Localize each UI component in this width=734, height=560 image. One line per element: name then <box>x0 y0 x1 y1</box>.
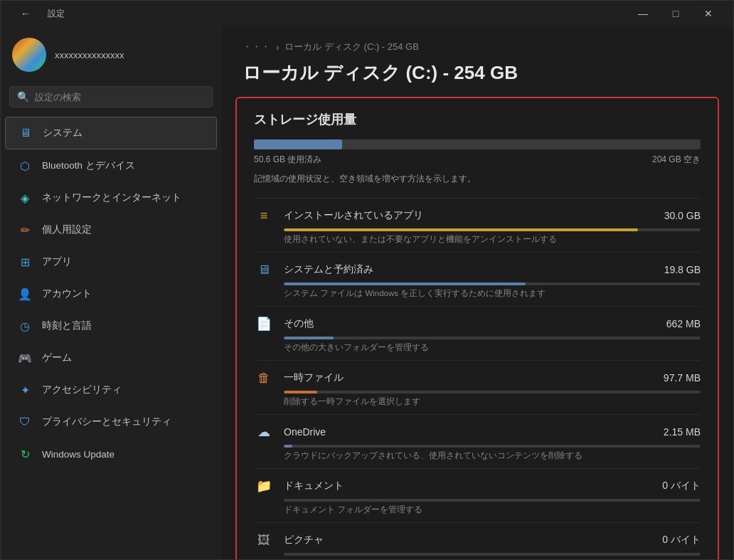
storage-item-name-5: ドキュメント <box>284 480 344 492</box>
storage-item-1[interactable]: 🖥システムと予約済み19.8 GBシステム ファイルは Windows を正しく… <box>254 252 701 306</box>
nav-label-network: ネットワークとインターネット <box>42 191 181 204</box>
nav-icon-accessibility: ✦ <box>16 381 33 398</box>
sidebar-item-accounts[interactable]: 👤アカウント <box>5 278 217 310</box>
disk-bar-fill <box>254 139 342 149</box>
storage-item-desc-5: ドキュメント フォルダーを管理する <box>284 504 701 515</box>
storage-item-size-6: 0 バイト <box>662 534 701 546</box>
storage-item-4[interactable]: ☁OneDrive2.15 MBクラウドにバックアップされている、使用されていな… <box>254 414 701 468</box>
nav-label-personalize: 個人用設定 <box>42 223 92 236</box>
nav-icon-network: ◈ <box>16 189 33 206</box>
section-title: ストレージ使用量 <box>254 111 701 128</box>
storage-item-desc-0: 使用されていない、または不要なアプリと機能をアンインストールする <box>284 234 701 245</box>
sidebar-header: xxxxxxxxxxxxxxx <box>1 32 221 83</box>
minimize-button[interactable]: — <box>627 3 659 24</box>
storage-item-0[interactable]: ≡インストールされているアプリ30.0 GB使用されていない、または不要なアプリ… <box>254 198 701 252</box>
search-input[interactable] <box>35 92 205 102</box>
nav-label-windows_update: Windows Update <box>42 449 115 460</box>
user-name: xxxxxxxxxxxxxxx <box>55 50 124 60</box>
storage-item-desc-3: 削除する一時ファイルを選択します <box>284 396 701 407</box>
breadcrumb: ・・・ › ローカル ディスク (C:) - 254 GB <box>221 26 733 60</box>
sidebar-item-bluetooth[interactable]: ⬡Bluetooth とデバイス <box>5 150 217 181</box>
storage-item-size-0: 30.0 GB <box>664 210 701 221</box>
search-box[interactable]: 🔍 <box>9 86 213 107</box>
storage-item-name-1: システムと予約済み <box>284 263 373 276</box>
maximize-button[interactable]: □ <box>659 3 692 24</box>
storage-item-icon-4: ☁ <box>254 422 274 442</box>
storage-item-name-2: その他 <box>284 317 314 330</box>
nav-label-apps: アプリ <box>42 255 72 268</box>
breadcrumb-text: ローカル ディスク (C:) - 254 GB <box>284 41 419 53</box>
nav-label-accounts: アカウント <box>42 287 92 300</box>
main-content: ・・・ › ローカル ディスク (C:) - 254 GB ローカル ディスク … <box>221 26 733 559</box>
storage-item-size-3: 97.7 MB <box>664 372 701 384</box>
disk-free-label: 204 GB 空き <box>652 154 701 166</box>
sidebar-item-system[interactable]: 🖥システム <box>5 117 217 149</box>
sidebar-item-gaming[interactable]: 🎮ゲーム <box>5 342 217 374</box>
sidebar-item-windows_update[interactable]: ↻Windows Update <box>5 438 217 470</box>
nav-icon-datetime: ◷ <box>16 317 33 334</box>
nav-icon-gaming: 🎮 <box>16 349 33 366</box>
storage-item-5[interactable]: 📁ドキュメント0 バイトドキュメント フォルダーを管理する <box>254 468 701 522</box>
sidebar-item-privacy[interactable]: 🛡プライバシーとセキュリティ <box>5 406 217 438</box>
storage-item-size-4: 2.15 MB <box>664 426 701 438</box>
nav-icon-accounts: 👤 <box>16 285 33 302</box>
nav-icon-privacy: 🛡 <box>16 413 33 430</box>
window-title: 設定 <box>48 8 65 20</box>
nav-label-bluetooth: Bluetooth とデバイス <box>42 159 135 172</box>
nav-label-datetime: 時刻と言語 <box>42 319 92 332</box>
page-title: ローカル ディスク (C:) - 254 GB <box>221 60 733 97</box>
disk-used-label: 50.6 GB 使用済み <box>254 154 321 166</box>
storage-item-icon-1: 🖥 <box>254 260 274 280</box>
nav-icon-apps: ⊞ <box>16 253 33 270</box>
avatar <box>12 38 46 72</box>
storage-item-icon-5: 📁 <box>254 476 274 496</box>
sidebar-item-accessibility[interactable]: ✦アクセシビリティ <box>5 374 217 406</box>
storage-item-desc-4: クラウドにバックアップされている、使用されていないコンテンツを削除する <box>284 450 701 461</box>
nav-label-privacy: プライバシーとセキュリティ <box>42 416 171 428</box>
nav-items: 🖥システム⬡Bluetooth とデバイス◈ネットワークとインターネット✏個人用… <box>1 116 221 559</box>
sidebar: xxxxxxxxxxxxxxx 🔍 🖥システム⬡Bluetooth とデバイス◈… <box>1 26 221 559</box>
storage-items: ≡インストールされているアプリ30.0 GB使用されていない、または不要なアプリ… <box>254 198 701 559</box>
nav-icon-bluetooth: ⬡ <box>16 157 33 174</box>
settings-window: ← 設定 — □ ✕ xxxxxxxxxxxxxxx 🔍 🖥システム⬡Bluet… <box>0 0 734 560</box>
storage-section: ストレージ使用量 50.6 GB 使用済み 204 GB 空き 記憶域の使用状況… <box>235 97 719 559</box>
disk-bar <box>254 139 701 149</box>
storage-item-size-2: 662 MB <box>666 318 701 329</box>
storage-item-name-4: OneDrive <box>284 426 326 438</box>
sidebar-item-apps[interactable]: ⊞アプリ <box>5 246 217 278</box>
nav-label-system: システム <box>43 127 83 139</box>
sidebar-item-personalize[interactable]: ✏個人用設定 <box>5 214 217 245</box>
title-bar: ← 設定 — □ ✕ <box>1 1 733 26</box>
breadcrumb-separator: › <box>276 42 279 53</box>
storage-item-6[interactable]: 🖼ピクチャ0 バイトピクチャ フォルダーを管理する <box>254 522 701 559</box>
storage-item-icon-0: ≡ <box>254 206 274 226</box>
storage-item-name-0: インストールされているアプリ <box>284 209 423 222</box>
storage-item-name-6: ピクチャ <box>284 534 324 546</box>
storage-item-icon-2: 📄 <box>254 314 274 334</box>
storage-item-icon-6: 🖼 <box>254 530 274 550</box>
back-button[interactable]: ← <box>9 3 42 24</box>
sidebar-item-datetime[interactable]: ◷時刻と言語 <box>5 310 217 342</box>
storage-item-size-5: 0 バイト <box>662 480 701 492</box>
window-controls: — □ ✕ <box>627 3 725 24</box>
nav-icon-system: 🖥 <box>17 125 34 142</box>
storage-item-desc-6: ピクチャ フォルダーを管理する <box>284 559 701 559</box>
storage-item-desc-1: システム ファイルは Windows を正しく実行するために使用されます <box>284 288 701 299</box>
title-bar-left: ← 設定 <box>9 3 65 24</box>
sidebar-item-network[interactable]: ◈ネットワークとインターネット <box>5 182 217 213</box>
close-button[interactable]: ✕ <box>692 3 725 24</box>
storage-item-desc-2: その他の大きいフォルダーを管理する <box>284 342 701 353</box>
search-icon: 🔍 <box>17 91 29 102</box>
breadcrumb-dots: ・・・ <box>243 41 270 53</box>
storage-item-2[interactable]: 📄その他662 MBその他の大きいフォルダーを管理する <box>254 306 701 360</box>
nav-icon-personalize: ✏ <box>16 221 33 238</box>
nav-icon-windows_update: ↻ <box>16 445 33 463</box>
disk-bar-labels: 50.6 GB 使用済み 204 GB 空き <box>254 154 701 166</box>
storage-item-icon-3: 🗑 <box>254 368 274 388</box>
storage-item-name-3: 一時ファイル <box>284 371 344 384</box>
disk-bar-container: 50.6 GB 使用済み 204 GB 空き <box>254 139 701 166</box>
storage-item-size-1: 19.8 GB <box>664 264 701 275</box>
nav-label-accessibility: アクセシビリティ <box>42 384 122 396</box>
section-desc: 記憶域の使用状況と、空き領域を増やす方法を示します。 <box>254 173 701 185</box>
storage-item-3[interactable]: 🗑一時ファイル97.7 MB削除する一時ファイルを選択します <box>254 360 701 414</box>
